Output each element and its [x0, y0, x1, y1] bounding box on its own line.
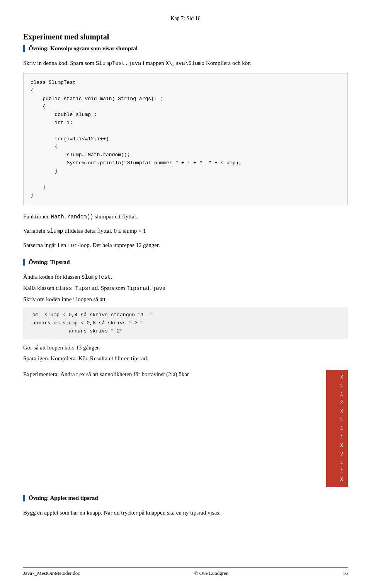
experiment-line: Experimentera: Ändra t ex så att sannoli… [23, 370, 326, 379]
code-block-2-content: om slump < 0,4 så skrivs strängen "1 " a… [29, 312, 153, 334]
exp-line1-post: slumpar ett flyttal. [93, 213, 137, 220]
exercise2-heading: Övning: Tipsrad [29, 259, 348, 266]
page-title: Experiment med slumptal [23, 32, 348, 41]
ex2-line1-code: SlumpTest [82, 274, 111, 280]
tips-r2: 1 [331, 382, 343, 390]
ex2-line1-pre: Ändra koden för klassen [23, 274, 82, 280]
exp-line2-code: slump [47, 228, 63, 234]
exercise1-code2: X\java\Slump [165, 60, 204, 66]
ex2-line2-code: class Tipsrad [56, 285, 98, 291]
exp-line1-pre: Funktionen [23, 213, 51, 220]
tips-r1: X [331, 373, 343, 382]
exp-line1-code: Math.random() [51, 214, 93, 220]
ex2-line2-post: . Spara som [98, 285, 126, 291]
page-header: Kap 7: Sid 16 [23, 15, 348, 22]
exp-line3: Satserna ingår i en [23, 242, 68, 248]
blue-bar-1 [23, 45, 25, 52]
tips-result-section: Experimentera: Ändra t ex så att sannoli… [23, 370, 348, 487]
tips-r10: 2 [331, 450, 343, 458]
blue-bar-3 [23, 495, 25, 501]
footer-center: © Ove Lundgren [194, 570, 229, 576]
exercise1-heading: Övning: Konsolprogram som visar slumptal [29, 45, 348, 52]
explanation-line2: Variabeln slump tilldelas detta flyttal.… [23, 227, 348, 235]
exp-line3-code: for [68, 242, 77, 249]
tips-r12: 1 [331, 467, 343, 476]
tips-r11: 1 [331, 458, 343, 467]
page-footer: Java7_MestOmMetoder.doc © Ove Lundgren 1… [23, 568, 348, 576]
tips-r9: X [331, 441, 343, 450]
exp-line2-math: 0 ≤ slump < 1 [112, 228, 146, 234]
exercise3-line1: Bygg en applet som har en knapp. När du … [23, 508, 348, 517]
ex2-line1-post: . [111, 274, 112, 280]
code-block-1-content: class SlumpTest { public static void mai… [31, 80, 242, 198]
blue-bar-2 [23, 259, 25, 266]
tips-r4: 2 [331, 399, 343, 407]
tips-r5: X [331, 407, 343, 416]
tips-r3: 1 [331, 390, 343, 399]
exercise1-code1: SlumpTest.java [96, 60, 141, 66]
exercise2-block: Övning: Tipsrad [23, 259, 348, 266]
tips-result-box: X 1 1 2 X 1 1 1 X 2 1 1 X [326, 370, 348, 487]
exercise2-section: Övning: Tipsrad Ändra koden för klassen … [23, 259, 348, 363]
exercise2-cont-line1: Gör så att loopen körs 13 gånger. [23, 343, 348, 352]
exercise3-heading: Övning: Applet med tipsrad [29, 495, 348, 501]
tips-r6: 1 [331, 416, 343, 424]
exercise2-line3: Skriv om koden inne i loopen så att [23, 295, 348, 304]
exercise2-line1: Ändra koden för klassen SlumpTest. [23, 273, 348, 281]
footer-right: 16 [343, 570, 348, 576]
code-block-2: om slump < 0,4 så skrivs strängen "1 " a… [23, 307, 348, 339]
exercise1-line1b: i mappen [141, 60, 166, 66]
exp-line2-post: tilldelas detta flyttal. [63, 228, 112, 234]
ex2-line2-code2: Tipsrad.java [127, 285, 166, 291]
exercise1-instructions: Skriv in denna kod. Spara som SlumpTest.… [23, 59, 348, 68]
page: Kap 7: Sid 16 Experiment med slumptal Öv… [0, 0, 371, 588]
code-block-1: class SlumpTest { public static void mai… [23, 73, 348, 205]
tips-r7: 1 [331, 424, 343, 433]
exercise2-cont-line2: Spara igen. Kompilera. Kör. Resultatet b… [23, 354, 348, 363]
tips-r8: 1 [331, 433, 343, 441]
experiment-line-text: Experimentera: Ändra t ex så att sannoli… [23, 371, 189, 377]
exp-line2-pre: Variabeln [23, 228, 47, 234]
exercise1-line1c: Kompilera och kör. [204, 60, 251, 66]
exercise2-line2: Kalla klassen class Tipsrad. Spara som T… [23, 284, 348, 293]
header-text: Kap 7: Sid 16 [170, 15, 200, 21]
exercise1-block: Övning: Konsolprogram som visar slumptal [23, 45, 348, 52]
ex2-line2-pre: Kalla klassen [23, 285, 56, 291]
exp-line3-post: -loop. Det hela upprepas 12 gånger. [77, 242, 160, 248]
exercise1-line1: Skriv in denna kod. Spara som [23, 60, 96, 66]
exercise3-block: Övning: Applet med tipsrad [23, 495, 348, 501]
footer-left: Java7_MestOmMetoder.doc [23, 570, 80, 576]
tips-r13: X [331, 476, 343, 484]
explanation-line1: Funktionen Math.random() slumpar ett fly… [23, 212, 348, 221]
exercise3-section: Övning: Applet med tipsrad Bygg en apple… [23, 495, 348, 517]
explanation-line3: Satserna ingår i en for-loop. Det hela u… [23, 241, 348, 250]
